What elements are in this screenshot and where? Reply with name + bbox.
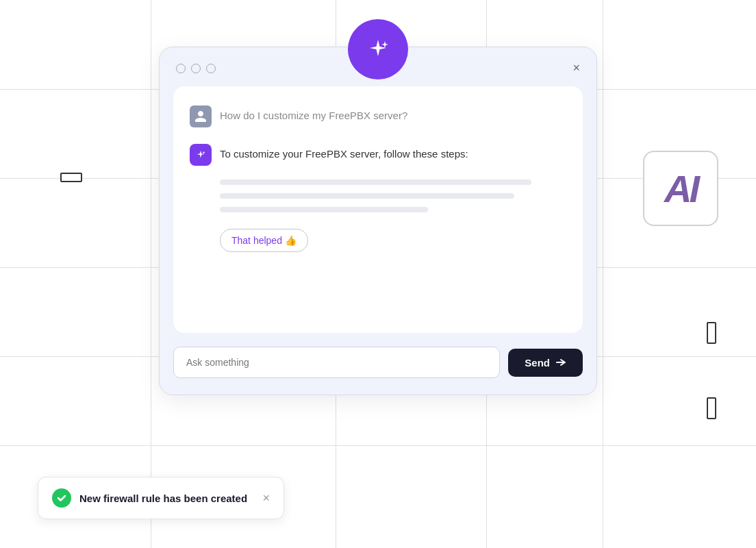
right-connector-1 (707, 322, 716, 344)
close-button[interactable]: × (572, 61, 580, 75)
right-connector-2 (707, 397, 716, 419)
toast-notification: New firewall rule has been created × (38, 477, 284, 519)
chat-content: How do I customize my FreePBX server? To… (173, 86, 583, 333)
sparkle-circle (348, 19, 408, 79)
user-message-text: How do I customize my FreePBX server? (220, 105, 407, 121)
input-area: Send (173, 347, 583, 378)
user-avatar (190, 105, 212, 127)
skeleton-line-2 (220, 193, 514, 199)
ai-badge-text: AI (664, 166, 697, 211)
ai-message: To customize your FreePBX server, follow… (190, 144, 566, 166)
send-icon (555, 357, 566, 368)
h-line-5 (0, 445, 756, 446)
ai-badge: AI (643, 151, 718, 226)
v-line-4 (603, 0, 603, 548)
window-dot-1 (176, 64, 186, 73)
toast-message: New firewall rule has been created (79, 493, 254, 504)
ai-message-icon (190, 144, 212, 166)
skeleton-line-1 (220, 179, 531, 185)
window-dot-3 (206, 64, 216, 73)
toast-success-icon (52, 488, 71, 508)
user-message: How do I customize my FreePBX server? (190, 105, 566, 127)
toast-close-button[interactable]: × (262, 491, 270, 506)
skeleton-lines (220, 179, 566, 212)
skeleton-line-3 (220, 207, 428, 212)
chat-window: × How do I customize my FreePBX server? … (159, 47, 597, 395)
chat-input[interactable] (173, 347, 500, 378)
that-helped-button[interactable]: That helped 👍 (220, 229, 308, 252)
send-button-label: Send (525, 357, 550, 369)
send-button[interactable]: Send (508, 349, 583, 377)
v-line-1 (151, 0, 151, 548)
left-connector (60, 173, 82, 182)
ai-message-text: To customize your FreePBX server, follow… (220, 144, 468, 160)
window-dots (176, 64, 216, 73)
window-dot-2 (191, 64, 201, 73)
